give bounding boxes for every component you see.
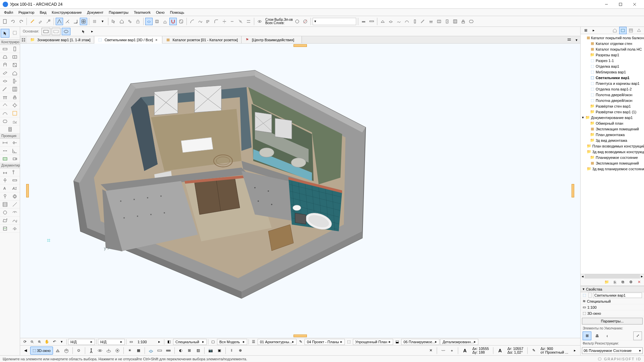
text-style-icon[interactable]: A [460, 347, 470, 355]
tree-item[interactable]: ⬚Разрез 1-1 [581, 58, 644, 63]
marquee-tool-icon[interactable] [10, 29, 19, 38]
tree-item[interactable]: ⬚Отделка пола вар1-2 [581, 86, 644, 92]
tree-item[interactable]: 📁Развёртки стен вар1 (1) [581, 109, 644, 115]
gravity-icon[interactable] [153, 18, 161, 25]
def-expand-icon[interactable]: ⤢ [633, 331, 642, 340]
orbit-icon[interactable] [96, 347, 104, 355]
nav-save-view-icon[interactable]: ⎘ [611, 279, 619, 286]
rail2-icon[interactable] [0, 93, 10, 101]
tree-item[interactable]: 📁3д вид планируемое состояние [581, 166, 644, 172]
override-icon[interactable]: ⬚ [345, 339, 352, 345]
curtain2-icon[interactable] [10, 85, 20, 93]
arc-icon[interactable] [189, 18, 196, 25]
minimize-button[interactable] [600, 1, 613, 8]
walk-icon[interactable] [87, 347, 95, 355]
cutplane2-icon[interactable] [164, 347, 172, 355]
object2-icon[interactable] [10, 93, 20, 101]
syringe-icon[interactable] [45, 18, 52, 25]
navigator-tree[interactable]: ▦Каталог покрытий пола балкон▦Каталог от… [581, 34, 644, 274]
axo-icon[interactable] [62, 347, 70, 355]
wall-icon[interactable] [0, 45, 10, 53]
tab-lighting[interactable]: ⬚ Светильники вар1 [3D / Все] × [94, 36, 162, 44]
tree-item[interactable]: 📁План возводимых конструкций [581, 143, 644, 149]
target-icon[interactable]: ⊕ [236, 347, 245, 355]
circle-icon[interactable] [0, 208, 10, 217]
label-icon[interactable]: A1 [10, 184, 20, 192]
tree-item[interactable]: 📁3д вид демонтажа [581, 137, 644, 143]
edit-plane-icon[interactable] [147, 347, 155, 355]
disp-icon[interactable]: ◧ [166, 339, 172, 345]
dim-level-icon[interactable] [10, 139, 20, 147]
change-icon[interactable] [10, 225, 20, 233]
snap-perp-icon[interactable] [64, 18, 71, 25]
turntable-icon[interactable] [105, 347, 113, 355]
morph-icon[interactable] [468, 18, 475, 25]
look-icon[interactable] [113, 347, 121, 355]
wireframe-icon[interactable]: ⊞ [185, 347, 194, 355]
display-dropdown[interactable]: Специальный▸ [173, 339, 207, 345]
viewport-handle-bottom[interactable] [293, 335, 307, 337]
roof2-icon[interactable] [0, 101, 10, 109]
close-x-icon[interactable]: ✕ [427, 347, 435, 355]
nav-project-icon[interactable] [611, 27, 619, 34]
def-print-icon[interactable]: 🖶 [593, 331, 601, 340]
layer-combo-4[interactable]: 06 Планируемое...▸ [401, 339, 439, 345]
sun-icon[interactable]: ☀ [126, 347, 134, 355]
dim-elev-icon[interactable] [0, 176, 10, 184]
wall-tool-icon[interactable] [360, 18, 367, 25]
tree-item[interactable]: ▦Экспликация помещений [581, 126, 644, 132]
beam-tool-icon[interactable] [368, 18, 375, 25]
geo-method-3-icon[interactable] [62, 28, 70, 35]
add-icon[interactable]: + [448, 347, 456, 355]
poly-icon[interactable] [0, 53, 10, 61]
dim-linear-icon[interactable] [0, 139, 10, 147]
column2-icon[interactable] [0, 61, 10, 69]
pen-icon[interactable]: ✎ [297, 339, 304, 345]
new-icon[interactable] [1, 18, 9, 25]
tree-item[interactable]: 📁Развёртки стен вар1 [581, 103, 644, 109]
magnet-icon[interactable] [169, 18, 177, 25]
properties-header[interactable]: ▾Свойства [581, 286, 644, 292]
nav-clone-icon[interactable]: ⧉ [619, 279, 627, 286]
tree-item[interactable]: 📁Обмерный план [581, 120, 644, 126]
model-icon[interactable]: ▢ [210, 339, 216, 345]
redo-icon[interactable] [17, 18, 25, 25]
tab-catalog[interactable]: ▦ Каталог розеток [01 - Каталог розеток] [162, 36, 242, 43]
maximize-button[interactable] [614, 1, 627, 8]
tree-item[interactable]: ▦Каталог отделки стен [581, 41, 644, 46]
viewport-handle-right[interactable] [572, 184, 574, 197]
nav-delete-icon[interactable]: ✕ [635, 279, 643, 286]
dim-radial-icon[interactable] [0, 147, 10, 155]
tree-item[interactable]: 📁Разрезы вар1 [581, 52, 644, 58]
favorites-dropdown[interactable]: ▾ [313, 18, 356, 25]
rail-icon[interactable] [427, 18, 435, 25]
section-mark-icon[interactable] [10, 176, 20, 184]
hidden-icon[interactable]: ▨ [194, 347, 202, 355]
tree-item[interactable]: ▦Экспликация помещений [581, 160, 644, 166]
layer-combo-1[interactable]: 01 Архитектурны...▸ [258, 339, 297, 345]
spline-icon[interactable] [197, 18, 204, 25]
tree-item[interactable]: ⬚Полотна дверей/окон [581, 92, 644, 98]
zoom-prev-icon[interactable]: ↶ [51, 339, 58, 345]
camera-icon[interactable] [10, 155, 20, 163]
nav-back-icon[interactable]: ◀ [21, 347, 30, 355]
tree-item[interactable]: ⬚Меблировка вар1 [581, 69, 644, 75]
dice-icon[interactable] [177, 18, 185, 25]
nav-pub-icon[interactable] [635, 27, 643, 34]
shading-icon[interactable]: ◐ [177, 347, 185, 355]
orientation-dropdown[interactable]: Н/Д▸ [68, 339, 95, 345]
opening-icon[interactable] [10, 69, 20, 77]
text-icon[interactable]: A [0, 184, 10, 192]
curtain-icon[interactable] [451, 18, 459, 25]
menu-design[interactable]: Конструирование [49, 10, 84, 15]
door-icon[interactable] [443, 18, 451, 25]
fillet-icon[interactable] [213, 18, 220, 25]
3d-viewport[interactable]: ⌗ [20, 44, 580, 338]
home-icon[interactable] [118, 18, 125, 25]
tree-item[interactable]: 📁Планируемое состояние [581, 155, 644, 160]
drawing-icon[interactable] [0, 225, 10, 233]
opening2-icon[interactable] [0, 125, 20, 133]
snap-grid-icon[interactable] [80, 18, 87, 25]
line-icon[interactable] [10, 200, 20, 208]
geo-method-1-icon[interactable] [42, 28, 50, 35]
